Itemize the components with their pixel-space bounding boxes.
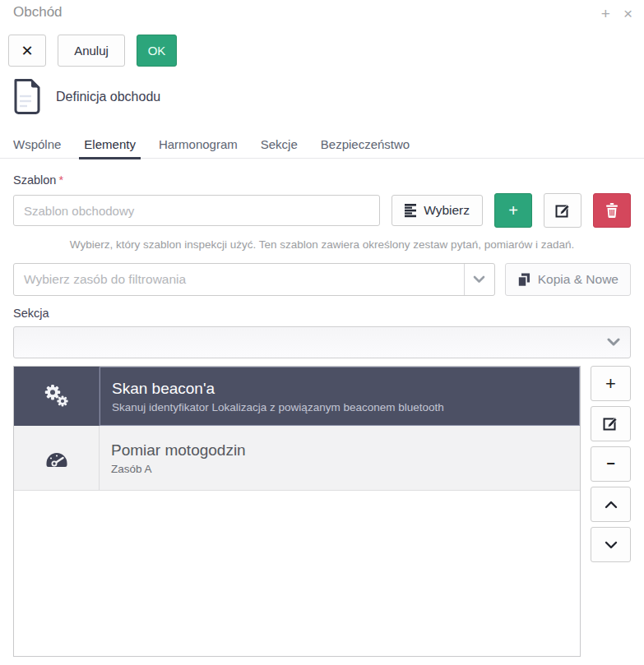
close-button[interactable]: ✕ <box>8 35 46 67</box>
resource-filter-select[interactable]: Wybierz zasób do filtrowania <box>13 263 495 296</box>
list-item-pomiar-motogodzin[interactable]: Pomiar motogodzin Zasób A <box>14 426 580 491</box>
chevron-down-icon <box>607 338 620 347</box>
chevron-down-icon[interactable] <box>464 264 494 295</box>
document-icon <box>12 78 42 115</box>
tab-harmonogram[interactable]: Harmonogram <box>147 132 249 158</box>
tab-wspolne[interactable]: Wspólne <box>2 132 72 158</box>
toolbar: ✕ Anuluj OK <box>0 35 644 67</box>
plus-icon: + <box>605 375 616 393</box>
choose-template-button[interactable]: Wybierz <box>391 195 483 226</box>
remove-element-button[interactable]: − <box>591 446 631 482</box>
list-lines-icon <box>405 204 417 218</box>
window-title: Obchód <box>13 4 63 21</box>
tab-sekcje[interactable]: Sekcje <box>249 132 309 158</box>
tab-bar: Wspólne Elementy Harmonogram Sekcje Bezp… <box>0 132 644 159</box>
section-select[interactable] <box>13 326 631 358</box>
plus-icon: + <box>508 201 518 220</box>
move-up-button[interactable] <box>591 487 631 522</box>
section-header: Definicja obchodu <box>12 78 644 115</box>
chevron-up-icon <box>605 501 618 509</box>
delete-template-button[interactable] <box>593 193 631 228</box>
edit-pencil-icon <box>555 203 571 219</box>
required-asterisk: * <box>58 173 63 187</box>
resource-filter-row: Wybierz zasób do filtrowania Kopia & Now… <box>13 263 631 296</box>
window-close-icon[interactable]: × <box>623 6 632 21</box>
cancel-button[interactable]: Anuluj <box>58 35 125 67</box>
template-help-text: Wybierz, który szablon inspekcji użyć. T… <box>13 238 631 251</box>
add-template-button[interactable]: + <box>494 193 532 228</box>
tab-bezpieczenstwo[interactable]: Bezpieczeństwo <box>309 132 421 158</box>
elements-list-zone: Skan beacon'a Skanuj identyfikator Lokal… <box>13 366 631 657</box>
list-item-text: Skan beacon'a Skanuj identyfikator Lokal… <box>100 367 580 426</box>
edit-pencil-icon <box>603 416 619 432</box>
ok-button[interactable]: OK <box>137 35 177 67</box>
template-row: Wybierz + <box>13 193 631 228</box>
list-item-subtitle: Skanuj identyfikator Lokalizacja z powią… <box>112 401 568 413</box>
copy-icon <box>517 273 530 287</box>
list-item-title: Pomiar motogodzin <box>111 441 568 459</box>
list-actions: + − <box>581 366 631 562</box>
elements-list: Skan beacon'a Skanuj identyfikator Lokal… <box>13 366 581 657</box>
template-input[interactable] <box>13 195 380 226</box>
form-area: Szablon* Wybierz + <box>0 159 644 657</box>
gears-icon <box>14 367 100 426</box>
page-title: Definicja obchodu <box>56 90 160 104</box>
trash-icon <box>605 203 619 218</box>
list-item-skan-beacona[interactable]: Skan beacon'a Skanuj identyfikator Lokal… <box>14 367 580 426</box>
list-item-title: Skan beacon'a <box>112 380 568 398</box>
section-label: Sekcja <box>13 307 631 320</box>
list-item-text: Pomiar motogodzin Zasób A <box>100 426 580 490</box>
chevron-down-icon <box>605 541 618 549</box>
window-header: Obchód + × <box>0 0 644 25</box>
gauge-icon <box>14 426 100 490</box>
copy-new-button[interactable]: Kopia & Nowe <box>505 263 631 296</box>
edit-template-button[interactable] <box>544 193 581 228</box>
window-add-icon[interactable]: + <box>601 6 610 21</box>
add-element-button[interactable]: + <box>591 366 631 401</box>
list-item-subtitle: Zasób A <box>111 463 568 475</box>
template-label: Szablon* <box>13 173 631 187</box>
move-down-button[interactable] <box>591 527 631 562</box>
resource-filter-placeholder: Wybierz zasób do filtrowania <box>14 272 464 287</box>
tab-elementy[interactable]: Elementy <box>72 132 147 158</box>
edit-element-button[interactable] <box>591 406 631 441</box>
minus-icon: − <box>606 455 615 473</box>
